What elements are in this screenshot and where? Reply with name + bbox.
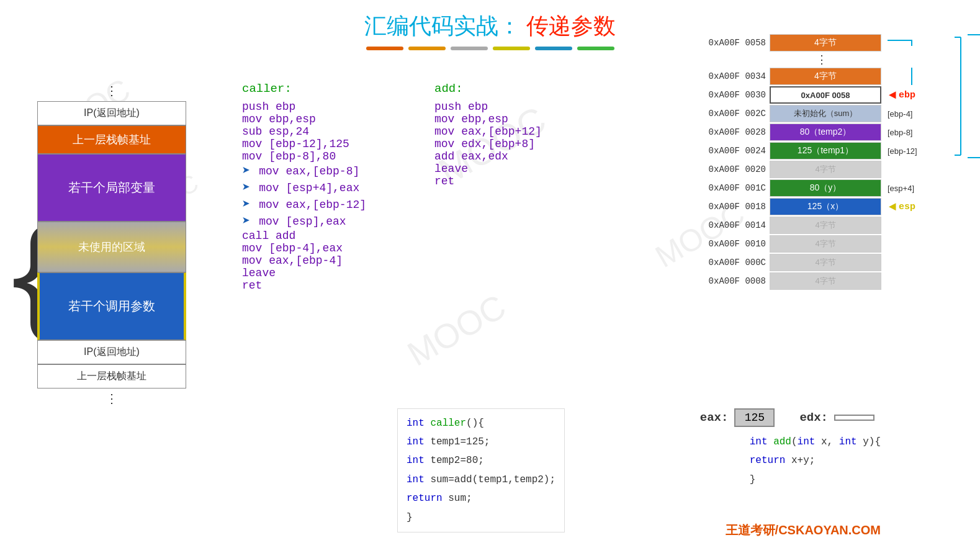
mem-row-001c: 0xA00F 001C 80（y） [esp+4] — [701, 179, 949, 197]
color-seg-3 — [451, 47, 488, 50]
cell-0058: 4字节 — [770, 34, 881, 52]
cell-0034: 4字节 — [770, 68, 881, 85]
cell-prev-ebp-bottom: 上一层栈帧基址 — [37, 364, 186, 389]
addr-0020: 0xA00F 0020 — [701, 164, 766, 174]
addr-0034: 0xA00F 0034 — [701, 71, 766, 81]
cell-unused: 未使用的区域 — [37, 222, 186, 272]
color-seg-5 — [535, 47, 572, 50]
color-seg-6 — [577, 47, 614, 50]
mem-row-002c: 0xA00F 002C 未初始化（sum） [ebp-4] — [701, 105, 949, 122]
color-seg-4 — [493, 47, 530, 50]
title-area: 汇编代码实战： 传递参数 — [236, 0, 744, 42]
edx-box — [834, 415, 874, 421]
stack-diagram: { 栈帧结构 ⋮ IP(返回地址) 上一层栈帧基址 若干个局部变量 未使用的区域… — [37, 81, 186, 409]
add-mov-ebp-esp: mov ebp,esp — [434, 113, 542, 125]
mem-row-0020: 0xA00F 0020 4字节 — [701, 161, 949, 178]
color-bar — [236, 47, 744, 50]
addr-0024: 0xA00F 0024 — [701, 146, 766, 156]
mem-row-0058: 0xA00F 0058 4字节 — [701, 34, 949, 52]
addr-002c: 0xA00F 002C — [701, 109, 766, 119]
cell-ip-return-bottom-label: IP(返回地址) — [84, 346, 140, 357]
add-leave: leave — [434, 163, 542, 175]
p-bracket-svg — [939, 34, 970, 158]
cell-call-params-label: 若干个调用参数 — [68, 299, 155, 313]
brand-label: 王道考研/CSKAOYAN.COM — [726, 522, 881, 539]
mem-row-0028: 0xA00F 0028 80（temp2） [ebp-8] — [701, 124, 949, 141]
label-002c: [ebp-4] — [888, 109, 912, 119]
caller-label: caller: — [242, 78, 366, 101]
rbc-line-1: int add(int x, int y){ — [750, 433, 881, 451]
label-0028: [ebp-8] — [888, 128, 912, 137]
mem-row-0030: 0xA00F 0030 0xA00F 0058 ◄ ebp — [701, 86, 949, 104]
add-ret: ret — [434, 175, 542, 187]
cell-local-vars-label: 若干个局部变量 — [68, 181, 155, 194]
eax-value: 125 — [745, 411, 765, 424]
stack-dots-bottom: ⋮ — [37, 389, 186, 409]
add-mov-edx: mov edx,[ebp+8] — [434, 138, 542, 150]
label-001c: [esp+4] — [888, 184, 914, 193]
code-mov-ebp4-eax: mov [ebp-4],eax — [242, 242, 366, 254]
code-call-add: call add — [242, 230, 366, 242]
addr-000c: 0xA00F 000C — [701, 258, 766, 267]
cell-001c: 80（y） — [770, 179, 881, 197]
mem-row-0018: 0xA00F 0018 125（x） ◄ esp — [701, 198, 949, 215]
addr-0018: 0xA00F 0018 — [701, 202, 766, 212]
code-mov-esp-eax: ➤ mov [esp],eax — [242, 213, 366, 230]
cell-local-vars: 若干个局部变量 — [37, 154, 186, 222]
addr-0008: 0xA00F 0008 — [701, 276, 766, 286]
right-bottom-code: int add(int x, int y){ return x+y; } — [750, 433, 881, 489]
addr-0014: 0xA00F 0014 — [701, 220, 766, 230]
add-code-block: add: push ebp mov ebp,esp mov eax,[ebp+1… — [434, 78, 542, 187]
addr-0010: 0xA00F 0010 — [701, 239, 766, 249]
color-seg-2 — [408, 47, 446, 50]
cell-0020: 4字节 — [770, 161, 881, 178]
code-mov-eax-ebp12: ➤ mov eax,[ebp-12] — [242, 196, 366, 213]
addr-0028: 0xA00F 0028 — [701, 127, 766, 137]
cell-prev-ebp-label: 上一层栈帧基址 — [73, 133, 151, 146]
cell-0024: 125（temp1） — [770, 142, 881, 159]
cell-ip-return-top: IP(返回地址) — [37, 101, 186, 125]
mem-dots-top: ⋮ — [701, 53, 949, 66]
addr-001c: 0xA00F 001C — [701, 183, 766, 193]
rbc-line-3: } — [750, 470, 881, 489]
cell-0010: 4字节 — [770, 235, 881, 253]
cell-000c: 4字节 — [770, 254, 881, 271]
add-add-eax-edx: add eax,edx — [434, 150, 542, 163]
cell-0028: 80（temp2） — [770, 124, 881, 141]
add-push-ebp: push ebp — [434, 101, 542, 113]
caller-code-block: caller: push ebp mov ebp,esp sub esp,24 … — [242, 78, 366, 292]
code-push-ebp: push ebp — [242, 101, 366, 113]
mem-row-0034: 0xA00F 0034 4字节 — [701, 68, 949, 85]
mem-row-0008: 0xA00F 0008 4字节 — [701, 272, 949, 290]
eax-box: 125 — [734, 408, 775, 427]
code-sub-esp: sub esp,24 — [242, 125, 366, 138]
add-label: add: — [434, 78, 542, 101]
cell-call-params: 若干个调用参数 — [37, 272, 186, 340]
cell-prev-ebp-bottom-label: 上一层栈帧基址 — [77, 371, 146, 381]
eax-label: eax: — [700, 411, 729, 424]
mem-row-0010: 0xA00F 0010 4字节 — [701, 235, 949, 253]
bottom-caller-code: int caller(){ int temp1=125; int temp2=8… — [397, 408, 565, 532]
cell-0008: 4字节 — [770, 272, 881, 290]
registers-display: eax: 125 edx: — [700, 408, 874, 427]
code-leave: leave — [242, 267, 366, 279]
label-0024: [ebp-12] — [888, 146, 917, 156]
cell-0030: 0xA00F 0058 — [770, 86, 881, 104]
cell-002c: 未初始化（sum） — [770, 105, 881, 122]
code-mov-esp4-eax: ➤ mov [esp+4],eax — [242, 179, 366, 196]
title-main: 汇编代码实战： — [364, 13, 521, 38]
code-mov-eax-ebp8: ➤ mov eax,[ebp-8] — [242, 163, 366, 179]
title-sub: 传递参数 — [526, 13, 616, 38]
addr-0030: 0xA00F 0030 — [701, 90, 766, 100]
watermark-5: MOOC — [400, 287, 512, 374]
color-seg-1 — [366, 47, 403, 50]
code-ret: ret — [242, 279, 366, 292]
cell-0018: 125（x） — [770, 198, 881, 215]
bc-line-4: int sum=add(temp1,temp2); — [407, 470, 555, 489]
addr-0058: 0xA00F 0058 — [701, 38, 766, 48]
code-mov-ebp8-80: mov [ebp-8],80 — [242, 150, 366, 163]
p-bracket-container — [939, 34, 970, 161]
bc-line-2: int temp1=125; — [407, 433, 555, 451]
cell-0014: 4字节 — [770, 217, 881, 234]
cell-ip-return-top-label: IP(返回地址) — [84, 107, 140, 118]
